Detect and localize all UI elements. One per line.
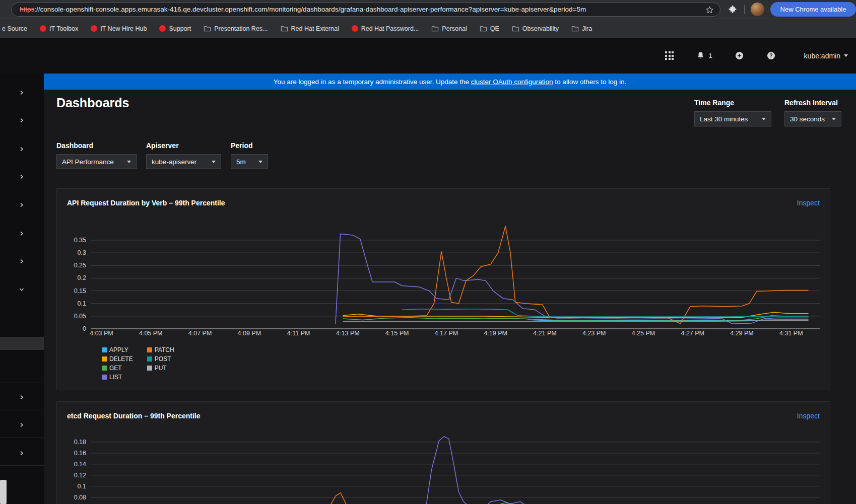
help-question-icon[interactable]: ?	[766, 51, 776, 60]
profile-avatar[interactable]	[751, 3, 764, 16]
series-post	[402, 309, 809, 317]
bookmark-item[interactable]: IT Toolbox	[40, 25, 78, 32]
bookmark-item[interactable]: Observability	[512, 25, 559, 32]
chart-plot[interactable]: 00.050.10.150.20.250.30.354:03 PM4:05 PM…	[67, 219, 821, 342]
svg-text:4:19 PM: 4:19 PM	[484, 330, 507, 337]
legend-item-delete[interactable]: DELETE	[102, 355, 133, 363]
refresh-interval-label: Refresh Interval	[784, 99, 841, 107]
refresh-interval-select[interactable]: 30 seconds	[784, 111, 841, 126]
chart-title: API Request Duration by Verb – 99th Perc…	[67, 199, 225, 207]
svg-text:4:31 PM: 4:31 PM	[779, 330, 803, 337]
chevron-down-icon	[212, 161, 216, 163]
bookmark-item[interactable]: Jira	[571, 25, 592, 32]
legend-label: PUT	[155, 365, 167, 372]
toolbar-separator	[744, 5, 745, 14]
legend-item-put[interactable]: PUT	[147, 365, 174, 372]
api-duration-chart[interactable]: 00.050.10.150.20.250.30.354:03 PM4:05 PM…	[67, 219, 820, 344]
nav-chevron-right-icon[interactable]	[19, 421, 25, 430]
browser-toolbar: https://console-openshift-console.apps.e…	[0, 0, 856, 19]
svg-text:0.14: 0.14	[74, 461, 86, 468]
legend-swatch	[102, 375, 107, 380]
etcd-duration-chart[interactable]: 0.080.10.120.140.160.18	[67, 432, 820, 504]
nav-chevron-right-icon[interactable]	[19, 449, 25, 458]
extensions-puzzle-icon[interactable]	[728, 5, 737, 14]
add-plus-circle-icon[interactable]	[735, 51, 744, 60]
legend-label: DELETE	[109, 355, 133, 363]
apiserver-label: Apiserver	[146, 141, 221, 150]
svg-text:0.08: 0.08	[74, 494, 86, 501]
bookmark-item[interactable]: Presentation Res...	[204, 25, 268, 32]
svg-text:4:15 PM: 4:15 PM	[385, 330, 409, 337]
series-orange	[316, 493, 360, 504]
bookmark-label: IT New Hire Hub	[100, 25, 147, 32]
nav-chevron-right-icon[interactable]	[19, 89, 25, 98]
dashboard-select[interactable]: API Performance	[56, 154, 137, 169]
notification-count: 1	[708, 52, 712, 59]
nav-chevron-right-icon[interactable]	[19, 230, 25, 239]
nav-active-item[interactable]	[0, 337, 44, 350]
nav-scrollbar[interactable]	[0, 480, 7, 504]
bookmark-label: QE	[490, 25, 499, 32]
svg-text:4:13 PM: 4:13 PM	[336, 330, 360, 337]
svg-text:4:25 PM: 4:25 PM	[632, 330, 655, 337]
legend-item-post[interactable]: POST	[147, 355, 174, 363]
legend-label: LIST	[109, 374, 122, 381]
legend-item-patch[interactable]: PATCH	[147, 346, 174, 353]
inspect-link[interactable]: Inspect	[797, 199, 820, 207]
url-text: ://console-openshift-console.apps.emuras…	[34, 6, 586, 13]
time-range-select[interactable]: Last 30 minutes	[694, 111, 771, 126]
url-bar[interactable]: https://console-openshift-console.apps.e…	[11, 3, 720, 17]
legend-swatch	[147, 347, 152, 352]
banner-text-before: You are logged in as a temporary adminis…	[274, 78, 471, 86]
svg-text:4:05 PM: 4:05 PM	[139, 330, 163, 337]
new-chrome-button[interactable]: New Chrome available	[770, 2, 856, 17]
nav-chevron-right-icon[interactable]	[19, 173, 25, 182]
bookmark-item[interactable]: Red Hat Password...	[352, 25, 419, 32]
bookmark-star-icon[interactable]	[705, 6, 714, 16]
bookmark-item[interactable]: Personal	[431, 25, 467, 32]
bookmark-item[interactable]: e Source	[2, 25, 27, 32]
svg-text:0.12: 0.12	[74, 472, 86, 479]
bookmark-item[interactable]: IT New Hire Hub	[91, 25, 147, 32]
legend-item-get[interactable]: GET	[102, 365, 133, 372]
banner-text-after: to allow others to log in.	[553, 78, 627, 86]
legend-swatch	[102, 366, 107, 371]
bookmark-item[interactable]: Red Hat External	[281, 25, 339, 32]
legend-label: PATCH	[155, 346, 174, 353]
nav-chevron-right-icon[interactable]	[19, 145, 25, 154]
user-menu[interactable]: kube:admin	[804, 52, 848, 60]
redhat-icon	[159, 25, 166, 32]
nav-chevron-right-icon[interactable]	[19, 201, 25, 210]
redhat-icon	[40, 25, 46, 32]
bookmark-item[interactable]: Support	[159, 25, 191, 32]
period-label: Period	[231, 141, 268, 150]
chart-title: etcd Request Duration – 99th Percentile	[67, 412, 201, 420]
apiserver-select[interactable]: kube-apiserver	[146, 154, 221, 169]
legend-item-list[interactable]: LIST	[102, 374, 133, 381]
folder-icon	[512, 25, 519, 32]
period-value: 5m	[236, 158, 246, 166]
legend-swatch	[102, 347, 107, 352]
dashboard-value: API Performance	[62, 158, 114, 166]
oauth-config-link[interactable]: cluster OAuth configuration	[471, 78, 553, 86]
folder-icon	[480, 25, 487, 32]
chart-plot[interactable]: 0.080.10.120.140.160.18	[67, 432, 821, 504]
nav-chevron-right-icon[interactable]	[19, 116, 25, 125]
card-etcd-request-duration: etcd Request Duration – 99th Percentile …	[56, 401, 830, 504]
bookmark-label: Red Hat External	[291, 25, 339, 32]
app-launcher-icon[interactable]	[665, 51, 674, 60]
svg-text:4:21 PM: 4:21 PM	[533, 330, 557, 337]
bookmark-item[interactable]: QE	[480, 25, 499, 32]
bookmark-label: Observability	[522, 25, 559, 32]
nav-divider	[0, 410, 44, 410]
legend-item-apply[interactable]: APPLY	[102, 346, 133, 353]
inspect-link[interactable]: Inspect	[797, 412, 820, 420]
notifications-bell[interactable]: 1	[696, 51, 712, 60]
period-select[interactable]: 5m	[231, 154, 268, 169]
nav-chevron-right-icon[interactable]	[19, 393, 25, 402]
chevron-down-icon	[844, 54, 848, 57]
folder-icon	[281, 25, 288, 32]
nav-chevron-right-icon[interactable]	[19, 257, 25, 266]
nav-chevron-down-icon[interactable]	[19, 285, 25, 295]
folder-icon	[204, 25, 211, 32]
